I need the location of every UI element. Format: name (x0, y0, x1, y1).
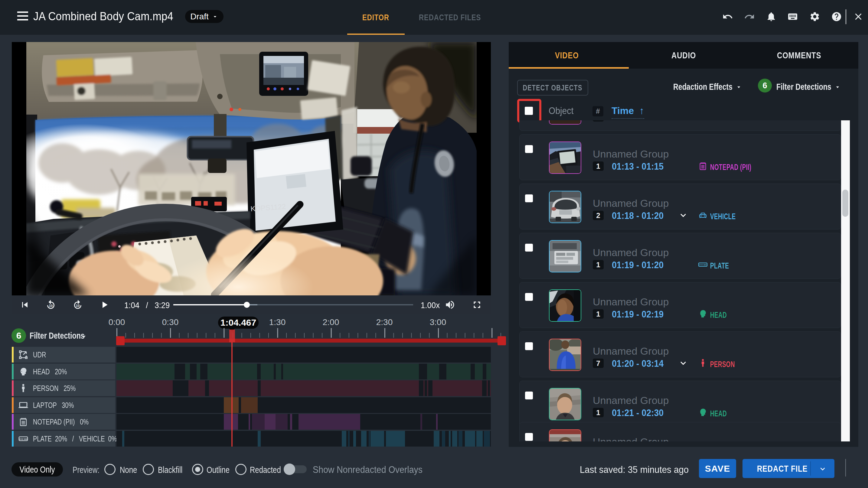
svg-text:10: 10 (76, 304, 80, 307)
svg-text:10: 10 (49, 304, 53, 307)
svg-text:XYZ 000: XYZ 000 (19, 438, 28, 441)
svg-text:XYZ 000: XYZ 000 (699, 264, 707, 266)
